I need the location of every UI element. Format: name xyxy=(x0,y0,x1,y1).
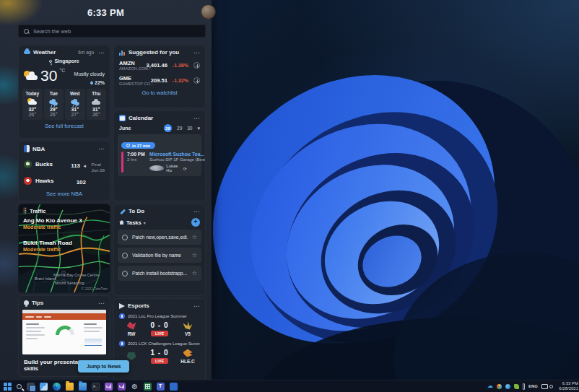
traffic-widget[interactable]: Traffic Ang Mo Kio Avenue 3 Moderate tra… xyxy=(18,204,110,293)
jump-to-news-button[interactable]: Jump to News xyxy=(78,360,129,373)
calendar-event[interactable]: in 27 min 7:00 PM 2 hrs Microsoft Suzhou… xyxy=(118,134,201,176)
edge-browser-icon[interactable] xyxy=(53,383,61,391)
event-location: Suzhou SIP 1F Garage (Besi... xyxy=(149,157,198,162)
forecast-day[interactable]: Tue 29° 26° xyxy=(44,89,64,120)
date-option[interactable]: 30 xyxy=(187,126,192,131)
task-view-icon[interactable] xyxy=(27,383,35,391)
more-options-icon[interactable]: ⋯ xyxy=(193,304,201,308)
screen: 6:33 PM Search the web Weather 6m ago ⋯ … xyxy=(0,0,579,392)
more-options-icon[interactable]: ⋯ xyxy=(193,51,201,55)
league-logo-icon xyxy=(119,341,125,347)
star-icon[interactable]: ☆ xyxy=(192,270,197,276)
widgets-icon[interactable] xyxy=(40,383,48,391)
weather-title: Weather xyxy=(33,49,75,56)
network-app-icon[interactable] xyxy=(505,384,510,389)
start-button-icon[interactable] xyxy=(4,383,12,391)
sync-icon[interactable]: ⟳ xyxy=(183,166,198,171)
map-label: Brani Island xyxy=(35,276,56,281)
mini-chart xyxy=(84,339,102,346)
tips-preview-image xyxy=(22,310,106,354)
add-task-button[interactable]: + xyxy=(191,218,200,227)
team-rw-logo-icon xyxy=(127,322,136,330)
task-item[interactable]: Validation file by name ☆ xyxy=(118,248,201,263)
visual-studio-preview-icon[interactable] xyxy=(118,383,126,391)
stock-symbol: AMZN xyxy=(119,60,144,66)
lightbulb-icon xyxy=(24,300,29,305)
selected-date[interactable]: 28 xyxy=(164,124,172,132)
teams-icon[interactable] xyxy=(157,383,165,391)
terminal-icon[interactable] xyxy=(92,383,100,391)
pen-battery-icon[interactable] xyxy=(523,383,525,390)
more-options-icon[interactable]: ⋯ xyxy=(98,147,105,151)
chevron-down-icon[interactable]: ▾ xyxy=(197,126,200,131)
more-options-icon[interactable]: ⋯ xyxy=(193,209,201,214)
green-app-icon[interactable] xyxy=(514,384,519,389)
more-options-icon[interactable]: ⋯ xyxy=(98,51,105,55)
calendar-widget[interactable]: Calendar ⋯ June 28 29 30 ▾ in 27 min xyxy=(113,110,206,201)
sun-cloud-icon xyxy=(27,98,38,105)
forecast-row: Today 32° 26° Tue 29° 26° Wed 31° xyxy=(19,87,110,120)
precipitation-chance: 22% xyxy=(95,80,105,85)
calendar-month: June xyxy=(119,126,159,131)
taskbar-search-icon[interactable] xyxy=(17,384,22,389)
user-avatar[interactable] xyxy=(201,4,216,19)
security-shield-icon[interactable] xyxy=(497,384,502,389)
display-icon[interactable] xyxy=(541,384,548,389)
blue-app-icon[interactable] xyxy=(170,383,178,391)
settings-gear-icon[interactable]: ⚙ xyxy=(131,383,139,391)
tray-clock[interactable]: 6:33 PM 6/28/2021 xyxy=(557,381,578,391)
more-options-icon[interactable]: ⋯ xyxy=(193,116,201,121)
blue-folder-icon[interactable] xyxy=(79,383,87,391)
date-option[interactable]: 29 xyxy=(177,126,182,131)
go-to-watchlist-link[interactable]: Go to watchlist xyxy=(114,88,205,100)
add-to-watchlist-icon[interactable] xyxy=(193,62,200,69)
star-icon[interactable]: ☆ xyxy=(192,252,197,258)
forecast-day[interactable]: Today 32° 26° xyxy=(22,89,43,120)
stocks-widget[interactable]: Suggested for you ⋯ AMZN AMAZON.COM... 3… xyxy=(113,45,206,108)
calendar-title: Calendar xyxy=(129,115,191,121)
tray-time: 6:33 PM xyxy=(557,381,578,386)
nba-widget[interactable]: NBA ⋯ Bucks 113 ◂ Hawks 102 xyxy=(18,141,110,201)
see-full-forecast-link[interactable]: See full forecast xyxy=(19,120,110,133)
task-checkbox[interactable] xyxy=(122,271,128,276)
panel-clock: 6:33 PM xyxy=(0,7,212,18)
forecast-day[interactable]: Thu 31° 26° xyxy=(87,89,107,120)
location-pin-icon xyxy=(49,60,52,63)
todo-widget[interactable]: To Do ⋯ Tasks ▾ + Patch new,open,save,ed… xyxy=(113,204,206,296)
forecast-day[interactable]: Wed 31° 27° xyxy=(65,89,85,120)
weather-widget[interactable]: Weather 6m ago ⋯ Singapore 30 °C Mostly … xyxy=(18,45,110,139)
cloud-icon xyxy=(91,98,101,105)
game-date: Jun 28 xyxy=(91,167,105,173)
visual-studio-icon[interactable] xyxy=(105,383,113,391)
task-checkbox[interactable] xyxy=(122,235,128,240)
see-more-nba-link[interactable]: See more NBA xyxy=(19,191,110,201)
stock-price: 3,401.46 xyxy=(147,62,167,69)
stock-symbol: GME xyxy=(119,75,148,82)
star-icon[interactable]: ☆ xyxy=(192,234,197,240)
todo-list-name[interactable]: Tasks xyxy=(126,219,142,226)
live-badge: LIVE xyxy=(151,358,168,364)
task-item[interactable]: Patch install bootstrapp... ☆ xyxy=(118,266,201,281)
task-checkbox[interactable] xyxy=(122,253,128,258)
chevron-down-icon[interactable]: ▾ xyxy=(144,220,146,225)
volume-icon[interactable] xyxy=(549,385,553,388)
home-icon xyxy=(119,220,124,225)
add-to-watchlist-icon[interactable] xyxy=(193,77,200,84)
rain-cloud-icon xyxy=(48,98,58,105)
task-text: Patch new,open,save,edi... xyxy=(132,235,188,240)
task-item[interactable]: Patch new,open,save,edi... ☆ xyxy=(118,230,201,245)
esports-match[interactable]: 2021 LoL Pro League Summer RW 0 - 0 LIVE xyxy=(114,311,205,339)
team-logo-icon xyxy=(127,352,136,360)
stock-row[interactable]: GME GAMESTOP CO... 209.51 -1.32% xyxy=(114,73,205,88)
file-explorer-icon[interactable] xyxy=(66,383,74,391)
stock-row[interactable]: AMZN AMAZON.COM... 3,401.46 -1.38% xyxy=(114,58,205,73)
language-indicator[interactable]: ENG xyxy=(528,384,538,388)
more-options-icon[interactable]: ⋯ xyxy=(98,301,105,305)
traffic-light-icon xyxy=(23,207,27,214)
onedrive-cloud-icon[interactable]: ☁ xyxy=(487,383,493,390)
traffic-title: Traffic xyxy=(30,208,46,214)
excel-icon[interactable] xyxy=(144,383,152,391)
team-row: Hawks 102 xyxy=(24,174,105,187)
sun-cloud-icon xyxy=(24,71,38,80)
search-input[interactable]: Search the web xyxy=(18,25,206,38)
